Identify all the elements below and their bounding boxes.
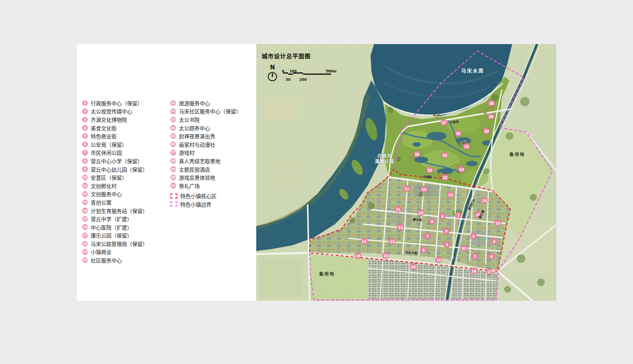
legend-item-7: 7市民休闲公园 (82, 149, 148, 157)
legend-item-number: 6 (82, 142, 88, 148)
map-marker-28: 28 (488, 100, 495, 107)
legend-item-number: 17 (82, 233, 88, 238)
map-marker-19: 19 (435, 257, 442, 263)
legend-item-label: 特色商业街 (91, 132, 117, 140)
legend-item-3: 3齐源文化博物院 (82, 115, 148, 124)
map-marker-5: 5 (444, 241, 450, 248)
map-marker-31: 31 (461, 245, 467, 252)
map-art (256, 44, 556, 301)
legend-item-number: 25 (170, 133, 176, 139)
legend-item-9: 9营丘中心幼儿园（保留） (82, 165, 148, 174)
legend-item-5: 5特色商业街 (82, 132, 148, 140)
legend-item-15: 15营丘中学（扩建） (82, 215, 148, 223)
map-marker-22: 22 (442, 174, 448, 181)
map-marker-30: 30 (442, 152, 448, 159)
legend-item-label: 马宋社区服务中心（保留） (179, 107, 241, 115)
map-marker-17: 17 (486, 269, 493, 275)
legend-item-number: 4 (82, 125, 88, 131)
map-marker-2: 2 (472, 253, 478, 260)
legend-item-label: 社区服务中心 (91, 256, 122, 264)
map-label: 备用地 (509, 151, 525, 157)
legend-item-label: 文创服务中心 (91, 190, 122, 198)
legend-item-21: 21旅游服务中心 (170, 99, 241, 107)
map-marker-30: 30 (455, 130, 462, 137)
legend-item-25: 25封神夜景演出秀 (170, 132, 241, 140)
map-marker-11: 11 (395, 206, 402, 213)
legend-item-12: 12文创服务中心 (82, 190, 148, 198)
legend-item-28: 28真人秀综艺取景地 (170, 157, 241, 165)
legend-item-label: 公安局（保留） (91, 141, 127, 148)
legend-item-label: 行政服务中心（保留） (91, 99, 143, 107)
map-marker-3: 3 (470, 233, 477, 239)
legend-item-number: 26 (170, 142, 176, 148)
legend-item-number: 27 (170, 150, 176, 156)
legend-item-label: 太公书院 (179, 116, 200, 123)
legend-item-label: 营丘中心小学（保留） (91, 157, 143, 165)
legend-item-label: 齐源文化博物院 (91, 116, 127, 123)
map-marker-13: 13 (389, 238, 396, 245)
legend-item-2: 2太公视觉传媒中心 (82, 107, 148, 116)
legend-item-11: 11文创孵化村 (82, 182, 148, 190)
map-marker-27: 27 (441, 120, 447, 126)
map-marker-23: 23 (458, 166, 465, 173)
legend-item-label: 画家村与动漫社 (179, 141, 216, 148)
legend-item-14: 14计划生育服务站（保留） (82, 207, 148, 215)
legend-item-1: 1行政服务中心（保留） (82, 99, 148, 107)
legend-item-label: 封神夜景演出秀 (179, 132, 216, 140)
legend-item-label: 计划生育服务站（保留） (91, 207, 148, 215)
legend-item-24: 24太公颐养中心 (170, 124, 241, 132)
legend-boundary-label: 特色小镇核心区 (180, 192, 217, 200)
scale-number: 500m (326, 69, 336, 73)
legend-item-label: 太公颐养中心 (179, 124, 210, 132)
legend-item-number: 22 (170, 108, 176, 114)
legend-item-label: 安置区（保留） (91, 174, 127, 181)
map-title: 城市设计总平面图 (262, 52, 311, 60)
legend-boundary-label: 特色小镇边界 (180, 200, 211, 208)
legend-item-20: 20社区服务中心 (82, 256, 148, 264)
legend-item-label: 小镇商业 (91, 248, 112, 256)
map-marker-19: 19 (355, 253, 361, 259)
legend-item-26: 26画家村与动漫社 (170, 140, 241, 149)
legend-item-number: 5 (82, 133, 88, 139)
legend-column-1: 1行政服务中心（保留）2太公视觉传媒中心3齐源文化博物院4美食文化街5特色商业街… (82, 99, 148, 264)
legend-column-2: 21旅游服务中心22马宋社区服务中心（保留）23太公书院24太公颐养中心25封神… (170, 99, 241, 208)
legend-item-number: 28 (170, 158, 176, 164)
legend-item-number: 16 (82, 224, 88, 230)
map-canvas: 城市设计总平面图 N 0100500m50200 282927303024263… (256, 44, 556, 301)
map-marker-13: 13 (447, 192, 454, 198)
legend-boundary-item-1: 特色小镇边界 (170, 200, 241, 208)
legend-item-number: 31 (170, 183, 176, 189)
map-marker-19: 19 (382, 253, 389, 259)
north-arrow-icon (268, 72, 277, 81)
map-label: 备用地 (319, 271, 335, 277)
legend-item-6: 6公安局（保留） (82, 140, 148, 149)
legend-item-label: 市民休闲公园 (91, 149, 122, 156)
scale-number: 100 (290, 69, 297, 73)
legend-item-27: 27游戏村 (170, 149, 241, 157)
scale-number: 0 (282, 69, 284, 73)
map-marker-20: 20 (410, 264, 417, 270)
map-marker-18: 18 (471, 268, 477, 274)
map-label: 湿地公园 (375, 158, 394, 164)
legend-item-17: 17康乐公园（保留） (82, 231, 148, 240)
legend-item-number: 24 (170, 125, 176, 131)
legend-item-label: 太公视觉传媒中心 (91, 107, 132, 115)
legend-item-number: 19 (82, 249, 88, 255)
map-marker-26: 26 (414, 151, 420, 157)
legend-item-19: 19小镇商业 (82, 248, 148, 256)
scale-bar: 0100500m50200 (283, 69, 337, 82)
map-marker-10: 10 (418, 210, 424, 216)
legend-item-number: 8 (82, 158, 88, 164)
legend-item-label: 文创孵化村 (91, 182, 117, 190)
map-marker-30: 30 (483, 128, 490, 134)
legend-item-number: 2 (82, 108, 88, 114)
map-marker-21: 21 (361, 238, 368, 245)
map-marker-7: 7 (424, 233, 431, 239)
plan-sheet: 1行政服务中心（保留）2太公视觉传媒中心3齐源文化博物院4美食文化街5特色商业街… (77, 44, 556, 301)
scale-number: 50 (286, 78, 291, 82)
map-marker-6: 6 (420, 247, 427, 253)
map-marker-1: 1 (455, 212, 462, 218)
map-marker-4: 4 (488, 253, 495, 260)
legend-items-21-31: 21旅游服务中心22马宋社区服务中心（保留）23太公书院24太公颐养中心25封神… (170, 99, 241, 190)
legend-item-number: 20 (82, 257, 88, 263)
